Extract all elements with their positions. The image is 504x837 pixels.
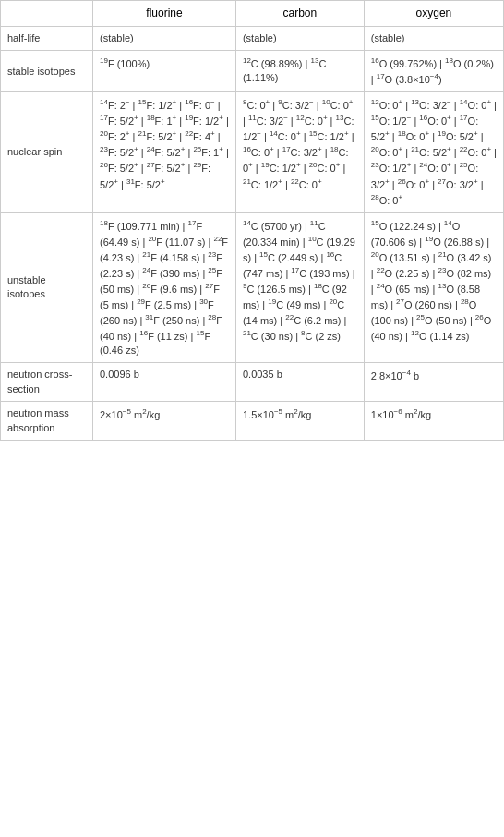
cell-oxygen-3: 15O (122.24 s) | 14O (70.606 s) | 19O (2…	[364, 212, 503, 363]
row-label-2: nuclear spin	[1, 92, 93, 212]
cell-carbon-0: (stable)	[235, 26, 364, 50]
cell-fluorine-1: 19F (100%)	[93, 51, 236, 92]
cell-fluorine-3: 18F (109.771 min) | 17F (64.49 s) | 20F …	[93, 212, 236, 363]
cell-oxygen-4: 2.8×10−4 b	[364, 363, 503, 402]
cell-carbon-5: 1.5×10−5 m2/kg	[235, 402, 364, 441]
row-label-1: stable isotopes	[1, 51, 93, 92]
cell-oxygen-5: 1×10−6 m2/kg	[364, 402, 503, 441]
cell-fluorine-2: 14F: 2− | 15F: 1/2+ | 16F: 0− | 17F: 5/2…	[93, 92, 236, 212]
cell-oxygen-2: 12O: 0+ | 13O: 3/2− | 14O: 0+ | 15O: 1/2…	[364, 92, 503, 212]
col-header-oxygen: oxygen	[364, 1, 503, 27]
cell-carbon-2: 8C: 0+ | 9C: 3/2− | 10C: 0+ | 11C: 3/2− …	[235, 92, 364, 212]
row-label-3: unstable isotopes	[1, 212, 93, 363]
col-header-fluorine: fluorine	[93, 1, 236, 27]
periodic-properties-table: fluorine carbon oxygen half-life(stable)…	[0, 0, 504, 441]
cell-fluorine-4: 0.0096 b	[93, 363, 236, 402]
row-label-5: neutron mass absorption	[1, 402, 93, 441]
cell-carbon-4: 0.0035 b	[235, 363, 364, 402]
cell-carbon-1: 12C (98.89%) | 13C (1.11%)	[235, 51, 364, 92]
cell-carbon-3: 14C (5700 yr) | 11C (20.334 min) | 10C (…	[235, 212, 364, 363]
cell-fluorine-5: 2×10−5 m2/kg	[93, 402, 236, 441]
row-label-0: half-life	[1, 26, 93, 50]
cell-oxygen-1: 16O (99.762%) | 18O (0.2%) | 17O (3.8×10…	[364, 51, 503, 92]
row-label-4: neutron cross-section	[1, 363, 93, 402]
cell-fluorine-0: (stable)	[93, 26, 236, 50]
col-header-empty	[1, 1, 93, 27]
col-header-carbon: carbon	[235, 1, 364, 27]
cell-oxygen-0: (stable)	[364, 26, 503, 50]
